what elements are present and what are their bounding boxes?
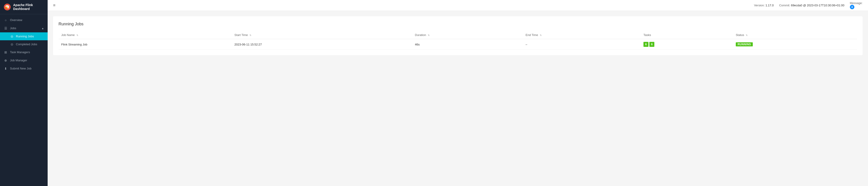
- sort-icon: ⇅: [428, 34, 430, 36]
- running-jobs-icon: ◎: [10, 35, 13, 38]
- running-jobs-card: Running Jobs Job Name ⇅ Start Time ⇅: [53, 16, 863, 55]
- page-title: Running Jobs: [59, 22, 857, 27]
- sidebar-item-label: Task Managers: [10, 50, 44, 54]
- message-badge[interactable]: 4: [850, 5, 855, 9]
- sidebar-header: Apache Flink Dashboard: [0, 0, 48, 14]
- commit-value: 69ecda0 @ 2023-03-17T10:30:06+01:00: [791, 4, 844, 7]
- sort-icon: ⇅: [76, 34, 78, 36]
- col-duration[interactable]: Duration ⇅: [412, 31, 523, 39]
- svg-point-3: [7, 7, 9, 8]
- topbar-info: Version: 1.17.0 Commit: 69ecda0 @ 2023-0…: [754, 1, 863, 9]
- sidebar-item-label: Submit New Job: [10, 67, 44, 70]
- sidebar-item-completed-jobs[interactable]: ◎ Completed Jobs: [0, 40, 48, 48]
- cell-start-time: 2023-06-11 15:52:27: [232, 39, 412, 50]
- menu-icon[interactable]: ≡: [53, 3, 56, 8]
- cell-status: RUNNING: [733, 39, 857, 50]
- tasks-total-badge: 6: [649, 42, 654, 47]
- commit-info: Commit: 69ecda0 @ 2023-03-17T10:30:06+01…: [779, 4, 844, 7]
- commit-label: Commit:: [779, 4, 790, 7]
- sidebar-item-label: Jobs: [10, 27, 41, 30]
- version-label: Version:: [754, 4, 765, 7]
- sort-icon: ⇅: [540, 34, 541, 36]
- main-area: ≡ Version: 1.17.0 Commit: 69ecda0 @ 2023…: [48, 0, 868, 186]
- completed-jobs-icon: ◎: [10, 42, 13, 46]
- sidebar-item-overview[interactable]: ○ Overview: [0, 16, 48, 24]
- jobs-table: Job Name ⇅ Start Time ⇅ Duration ⇅: [59, 31, 857, 50]
- sidebar-item-label: Running Jobs: [16, 35, 34, 38]
- sidebar: Apache Flink Dashboard ○ Overview ☰ Jobs…: [0, 0, 48, 186]
- content-area: Running Jobs Job Name ⇅ Start Time ⇅: [48, 11, 868, 186]
- app-title: Apache Flink Dashboard: [13, 3, 44, 11]
- col-job-name[interactable]: Job Name ⇅: [59, 31, 232, 39]
- jobs-table-wrapper: Job Name ⇅ Start Time ⇅ Duration ⇅: [59, 31, 857, 50]
- table-row[interactable]: Flink Streaming Job 2023-06-11 15:52:27 …: [59, 39, 857, 50]
- sidebar-item-label: Completed Jobs: [16, 42, 37, 46]
- task-managers-icon: ⊞: [4, 50, 8, 54]
- submit-job-icon: ⬇: [4, 67, 8, 70]
- col-start-time[interactable]: Start Time ⇅: [232, 31, 412, 39]
- sidebar-item-task-managers[interactable]: ⊞ Task Managers: [0, 48, 48, 57]
- cell-job-name: Flink Streaming Job: [59, 39, 232, 50]
- chevron-up-icon: ▲: [41, 27, 44, 30]
- cell-tasks: 6 6: [641, 39, 733, 50]
- sidebar-item-submit-new-job[interactable]: ⬇ Submit New Job: [0, 65, 48, 73]
- sort-icon: ⇅: [746, 34, 748, 36]
- sidebar-item-label: Overview: [10, 18, 44, 22]
- sidebar-item-running-jobs[interactable]: ◎ Running Jobs: [0, 32, 48, 40]
- tasks-running-badge: 6: [644, 42, 648, 47]
- tasks-cell: 6 6: [644, 42, 730, 47]
- table-header: Job Name ⇅ Start Time ⇅ Duration ⇅: [59, 31, 857, 39]
- col-tasks: Tasks: [641, 31, 733, 39]
- sidebar-item-label: Job Manager: [10, 59, 44, 62]
- sidebar-nav: ○ Overview ☰ Jobs ▲ ◎ Running Jobs ◎ Com…: [0, 14, 48, 186]
- message-label: Message:: [850, 1, 863, 5]
- jobs-icon: ☰: [4, 27, 8, 30]
- sidebar-item-job-manager[interactable]: ⊕ Job Manager: [0, 57, 48, 65]
- sort-icon: ⇅: [249, 34, 251, 36]
- version-value: 1.17.0: [766, 4, 774, 7]
- cell-end-time: –: [523, 39, 641, 50]
- status-badge: RUNNING: [736, 42, 753, 46]
- topbar: ≡ Version: 1.17.0 Commit: 69ecda0 @ 2023…: [48, 0, 868, 11]
- table-body: Flink Streaming Job 2023-06-11 15:52:27 …: [59, 39, 857, 50]
- sidebar-item-jobs[interactable]: ☰ Jobs ▲: [0, 24, 48, 32]
- overview-icon: ○: [4, 18, 8, 22]
- message-info: Message: 4: [850, 1, 863, 9]
- col-status[interactable]: Status ⇅: [733, 31, 857, 39]
- version-info: Version: 1.17.0: [754, 4, 774, 7]
- job-manager-icon: ⊕: [4, 59, 8, 62]
- col-end-time[interactable]: End Time ⇅: [523, 31, 641, 39]
- flink-logo-icon: [4, 3, 11, 11]
- cell-duration: 46s: [412, 39, 523, 50]
